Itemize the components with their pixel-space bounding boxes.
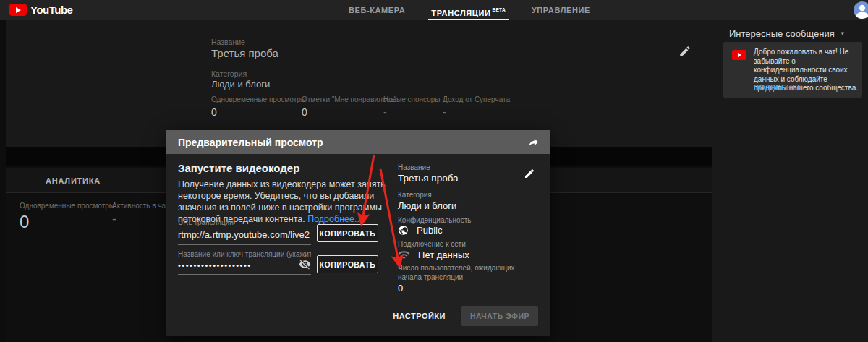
copy-key-button[interactable]: КОПИРОВАТЬ	[317, 255, 378, 273]
learn-more-link[interactable]: Подробнее...	[307, 214, 362, 224]
waiting-users-value: 0	[398, 283, 403, 294]
youtube-logo-text: YouTube	[30, 4, 72, 16]
stat-superchat-revenue: Доход от Суперчата -	[443, 95, 510, 118]
stat-likes: Отметки "Мне понравилось" 0	[302, 95, 396, 118]
stream-info-panel: Название Третья проба Категория Люди и б…	[6, 20, 712, 147]
chat-filter-label: Интересные сообщения	[729, 28, 835, 39]
chevron-down-icon: ▼	[840, 30, 846, 37]
privacy-value: Public	[417, 225, 442, 236]
privacy-row: Public	[398, 225, 442, 236]
stream-title-label: Название	[211, 38, 245, 46]
modal-title-label: Название	[398, 163, 430, 171]
connection-value: Нет данных	[418, 249, 469, 260]
stream-preview-modal: Предварительный просмотр Запустите видео…	[166, 130, 550, 336]
copy-url-button[interactable]: КОПИРОВАТЬ	[317, 224, 378, 242]
edit-stream-info-icon[interactable]	[678, 45, 692, 58]
modal-category-value: Люди и блоги	[398, 200, 456, 211]
modal-title-value: Третья проба	[398, 173, 459, 184]
tab-manage[interactable]: УПРАВЛЕНИЕ	[532, 0, 590, 20]
analytics-chat-activity: Активность в чате -	[112, 202, 173, 227]
top-navigation-bar: YouTube ВЕБ-КАМЕРА ТРАНСЛЯЦИИБЕТА УПРАВЛ…	[0, 0, 868, 20]
tab-webcam[interactable]: ВЕБ-КАМЕРА	[349, 0, 405, 20]
connection-row: Нет данных	[398, 249, 469, 261]
youtube-play-icon	[9, 4, 27, 16]
chat-filter-dropdown[interactable]: Интересные сообщения ▼	[729, 28, 846, 39]
globe-public-icon	[398, 225, 409, 236]
stream-key-masked-value: •••••••••••••••••••	[178, 261, 311, 270]
modal-category-label: Категория	[398, 191, 432, 199]
analytics-concurrent-views: Одновременные просмотры 0	[20, 202, 114, 232]
chat-more-link[interactable]: ПОДРОБНЕЕ	[754, 84, 803, 92]
live-chat-panel: Интересные сообщения ▼ Добро пожаловать …	[712, 20, 868, 342]
stream-key-label: Название или ключ трансляции (укажите эт…	[178, 250, 311, 258]
stream-url-value: rtmp://a.rtmp.youtube.com/live2	[178, 229, 311, 240]
stream-key-field[interactable]: Название или ключ трансляции (укажите эт…	[178, 250, 311, 275]
connection-label: Подключение к сети	[398, 240, 466, 248]
modal-footer: НАСТРОЙКИ НАЧАТЬ ЭФИР	[393, 306, 538, 326]
youtube-mini-icon	[732, 50, 746, 60]
beta-badge: БЕТА	[492, 7, 505, 12]
eye-off-icon[interactable]	[299, 258, 311, 270]
waiting-users-label: Число пользователей, ожидающих начала тр…	[398, 264, 527, 282]
encoder-section-title: Запустите видеокодер	[178, 162, 299, 174]
modal-header: Предварительный просмотр	[166, 130, 550, 154]
privacy-label: Конфиденциальность	[398, 216, 471, 224]
stream-category-value: Люди и блоги	[211, 79, 270, 90]
edit-stream-details-icon[interactable]	[524, 168, 535, 179]
modal-title: Предварительный просмотр	[178, 137, 323, 148]
youtube-logo[interactable]: YouTube	[9, 4, 72, 16]
stream-title-value: Третья проба	[211, 47, 278, 59]
person-icon	[854, 1, 868, 19]
tab-streams[interactable]: ТРАНСЛЯЦИИБЕТА	[431, 0, 506, 20]
stream-category-label: Категория	[211, 69, 247, 78]
stat-concurrent-views: Одновременные просмотры 0	[211, 95, 306, 118]
share-icon[interactable]	[527, 136, 540, 148]
wifi-icon	[398, 249, 410, 261]
chat-welcome-card: Добро пожаловать в чат! Не забывайте о к…	[723, 42, 862, 98]
settings-button[interactable]: НАСТРОЙКИ	[393, 312, 446, 320]
stream-url-field[interactable]: URL трансляции rtmp://a.rtmp.youtube.com…	[178, 218, 311, 245]
user-avatar[interactable]	[854, 1, 868, 19]
stat-new-sponsors: Новые спонсоры -	[383, 95, 441, 118]
go-live-button[interactable]: НАЧАТЬ ЭФИР	[461, 306, 538, 326]
top-tabs: ВЕБ-КАМЕРА ТРАНСЛЯЦИИБЕТА УПРАВЛЕНИЕ	[349, 0, 590, 20]
stream-url-label: URL трансляции	[178, 218, 311, 226]
